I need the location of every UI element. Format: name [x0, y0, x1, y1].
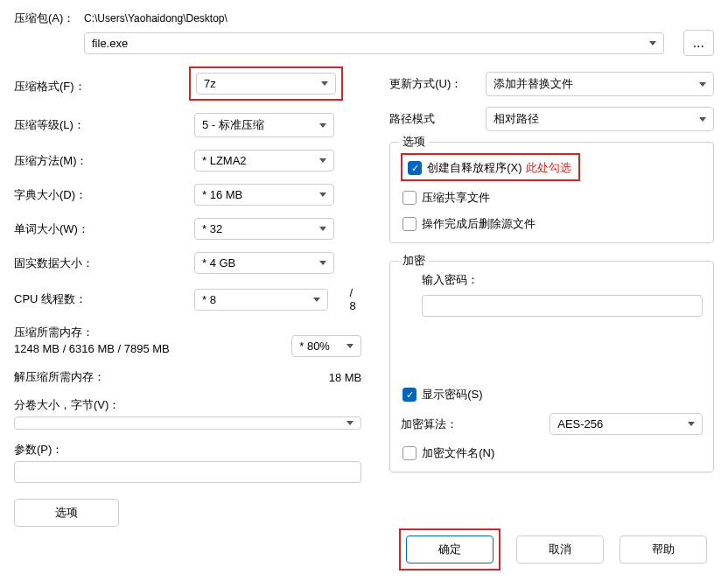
word-label: 单词大小(W)：	[14, 221, 128, 237]
cpu-label: CPU 线程数：	[14, 291, 128, 307]
pathmode-value: 相对路径	[494, 111, 539, 127]
sfx-checkbox[interactable]: ✓	[408, 161, 422, 175]
format-label: 压缩格式(F)：	[14, 79, 128, 94]
dict-select[interactable]: * 16 MB	[194, 184, 334, 206]
mem-comp-label: 压缩所需内存：	[14, 325, 291, 340]
dict-value: * 16 MB	[202, 188, 242, 201]
chevron-down-icon	[321, 81, 328, 86]
cpu-select[interactable]: * 8	[194, 289, 328, 311]
word-value: * 32	[202, 222, 222, 235]
help-button[interactable]: 帮助	[620, 536, 707, 564]
chevron-down-icon	[699, 82, 706, 87]
archive-file-select[interactable]: file.exe	[84, 32, 664, 54]
archive-label: 压缩包(A)：	[14, 10, 84, 26]
show-password-label: 显示密码(S)	[422, 387, 482, 402]
chevron-down-icon	[688, 422, 695, 426]
pathmode-label: 路径模式	[389, 111, 486, 127]
update-label: 更新方式(U)：	[389, 76, 486, 92]
enc-password-label: 输入密码：	[422, 272, 703, 288]
format-value: 7z	[204, 77, 216, 90]
enc-password-input[interactable]	[422, 295, 703, 317]
update-value: 添加并替换文件	[494, 76, 573, 92]
solid-value: * 4 GB	[202, 256, 235, 270]
enc-algo-label: 加密算法：	[401, 416, 497, 432]
split-select[interactable]	[14, 416, 361, 430]
shared-checkbox[interactable]	[402, 191, 416, 205]
chevron-down-icon	[699, 117, 706, 122]
show-password-checkbox[interactable]: ✓	[402, 388, 416, 402]
cpu-total: / 8	[349, 286, 361, 312]
chevron-down-icon	[319, 158, 326, 163]
ok-button[interactable]: 确定	[406, 536, 494, 564]
chevron-down-icon	[649, 41, 656, 46]
pathmode-select[interactable]: 相对路径	[486, 107, 714, 131]
cancel-button[interactable]: 取消	[516, 536, 604, 564]
params-input[interactable]	[14, 461, 361, 483]
mem-decomp-value: 18 MB	[329, 371, 362, 384]
method-value: * LZMA2	[202, 154, 247, 167]
chevron-down-icon	[319, 227, 326, 231]
method-select[interactable]: * LZMA2	[194, 150, 334, 172]
archive-file-value: file.exe	[92, 37, 128, 50]
delete-label: 操作完成后删除源文件	[422, 216, 536, 232]
split-label: 分卷大小，字节(V)：	[14, 397, 361, 413]
format-select[interactable]: 7z	[196, 73, 336, 94]
mem-percent-value: * 80%	[299, 340, 330, 353]
sfx-highlight-box: ✓ 创建自释放程序(X) 此处勾选	[401, 153, 579, 181]
level-label: 压缩等级(L)：	[14, 117, 128, 133]
archive-path: C:\Users\Yaohaidong\Desktop\	[84, 12, 228, 24]
cpu-value: * 8	[202, 293, 216, 306]
solid-label: 固实数据大小：	[14, 256, 128, 271]
solid-select[interactable]: * 4 GB	[194, 252, 334, 274]
options-button[interactable]: 选项	[14, 499, 119, 527]
enc-algo-value: AES-256	[557, 417, 603, 430]
chevron-down-icon	[319, 261, 326, 265]
chevron-down-icon	[319, 123, 326, 128]
shared-label: 压缩共享文件	[422, 190, 490, 206]
mem-decomp-label: 解压缩所需内存：	[14, 369, 329, 385]
params-label: 参数(P)：	[14, 442, 361, 458]
chevron-down-icon	[346, 344, 354, 348]
enc-names-checkbox[interactable]	[402, 446, 416, 460]
sfx-note: 此处勾选	[526, 160, 571, 176]
chevron-down-icon	[346, 421, 354, 425]
chevron-down-icon	[319, 192, 326, 197]
enc-names-label: 加密文件名(N)	[422, 445, 494, 461]
level-value: 5 - 标准压缩	[202, 117, 264, 133]
browse-button[interactable]: ...	[683, 30, 714, 56]
sfx-label: 创建自释放程序(X)	[427, 160, 522, 176]
mem-comp-values: 1248 MB / 6316 MB / 7895 MB	[14, 342, 291, 355]
enc-algo-select[interactable]: AES-256	[550, 413, 703, 435]
method-label: 压缩方法(M)：	[14, 153, 128, 169]
word-select[interactable]: * 32	[194, 218, 334, 240]
options-legend: 选项	[399, 134, 429, 150]
update-select[interactable]: 添加并替换文件	[486, 72, 714, 96]
level-select[interactable]: 5 - 标准压缩	[194, 113, 334, 137]
encryption-legend: 加密	[399, 253, 429, 269]
delete-checkbox[interactable]	[402, 217, 416, 231]
mem-percent-select[interactable]: * 80%	[291, 335, 361, 357]
chevron-down-icon	[313, 298, 320, 302]
dict-label: 字典大小(D)：	[14, 187, 128, 203]
